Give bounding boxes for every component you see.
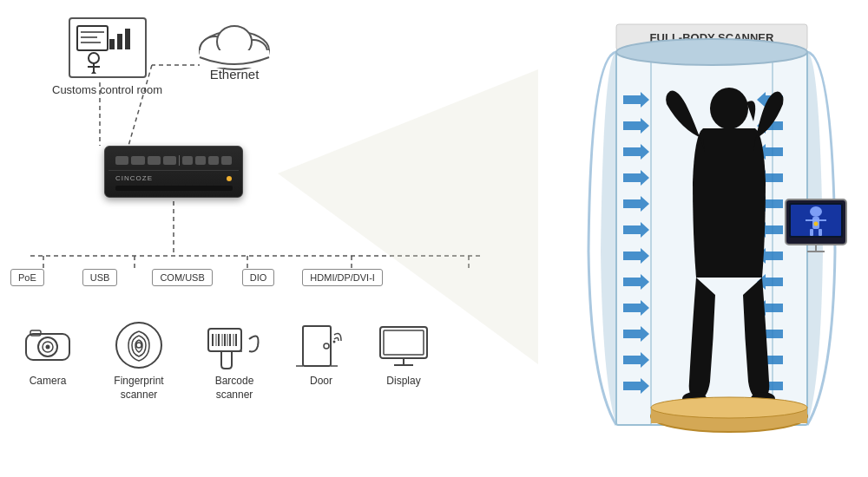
door-icon-area xyxy=(291,319,352,371)
eth2 xyxy=(195,156,206,165)
svg-point-84 xyxy=(710,88,748,129)
comusb-label: COM/USB xyxy=(152,269,212,286)
svg-rect-11 xyxy=(77,26,108,50)
barcode-item: Barcodescanner xyxy=(187,312,282,402)
fingerprint-label: Fingerprintscanner xyxy=(114,375,163,402)
svg-point-93 xyxy=(810,206,822,217)
svg-point-89 xyxy=(651,397,807,418)
barcode-icon xyxy=(204,322,265,369)
display-item: Display xyxy=(360,312,447,389)
cloud-icon xyxy=(191,17,278,74)
port3 xyxy=(148,156,161,165)
svg-line-22 xyxy=(94,72,99,74)
svg-line-21 xyxy=(89,72,94,74)
fingerprint-item: Fingerprintscanner xyxy=(91,312,187,402)
right-panel: FULL-BODY SCANNER xyxy=(556,0,868,477)
customs-icon xyxy=(69,17,147,78)
camera-icon xyxy=(22,323,74,367)
svg-point-98 xyxy=(814,222,819,226)
left-panel: Customs control room Ethernet xyxy=(0,0,556,477)
display-icon-area xyxy=(373,319,434,371)
svg-point-47 xyxy=(324,343,329,349)
port2 xyxy=(131,156,144,165)
eth3 xyxy=(208,156,219,165)
brand-label: Cincoze xyxy=(115,174,153,182)
ethernet-label: Ethernet xyxy=(210,67,260,82)
customs-box: Customs control room xyxy=(52,17,162,98)
barcode-icon-area xyxy=(204,319,265,371)
ethernet-box: Ethernet xyxy=(191,17,278,82)
divider xyxy=(179,155,180,166)
devices-row: Camera Fingerprintscanner xyxy=(4,312,447,402)
svg-rect-96 xyxy=(810,229,813,236)
computer-ports-top xyxy=(108,153,239,168)
svg-rect-16 xyxy=(117,34,122,49)
port4 xyxy=(163,156,176,165)
eth1 xyxy=(182,156,193,165)
camera-label: Camera xyxy=(30,375,67,389)
usb-label: USB xyxy=(82,269,118,286)
camera-item: Camera xyxy=(4,312,91,389)
poe-label: PoE xyxy=(10,269,44,286)
barcode-label: Barcodescanner xyxy=(215,375,254,402)
door-label: Door xyxy=(310,375,332,389)
svg-rect-15 xyxy=(109,39,115,49)
display-label: Display xyxy=(386,375,420,389)
customs-label: Customs control room xyxy=(52,83,162,98)
port1 xyxy=(115,156,128,165)
computer-unit: Cincoze xyxy=(104,146,243,198)
svg-point-48 xyxy=(333,340,336,343)
scanner-illustration: FULL-BODY SCANNER xyxy=(564,9,859,468)
camera-icon-area xyxy=(17,319,78,371)
fingerprint-icon xyxy=(113,319,165,371)
display-icon xyxy=(377,322,431,369)
svg-rect-97 xyxy=(819,229,822,236)
fingerprint-icon-area xyxy=(108,319,169,371)
dio-label: DIO xyxy=(242,269,275,286)
svg-point-101 xyxy=(616,39,807,65)
svg-point-34 xyxy=(136,343,141,348)
svg-rect-46 xyxy=(303,326,331,366)
svg-rect-51 xyxy=(380,327,427,358)
door-item: Door xyxy=(282,312,360,389)
hdmi-label: HDMI/DP/DVI-I xyxy=(302,269,383,286)
port-labels-row: PoE USB COM/USB DIO HDMI/DP/DVI-I xyxy=(10,269,383,286)
svg-point-18 xyxy=(89,53,99,63)
door-icon xyxy=(296,322,346,369)
status-led xyxy=(227,176,232,181)
svg-rect-52 xyxy=(384,330,424,355)
diagram-container: Customs control room Ethernet xyxy=(0,0,868,477)
svg-point-31 xyxy=(46,345,50,350)
computer-box: Cincoze xyxy=(104,146,243,198)
svg-rect-17 xyxy=(125,29,130,49)
eth4 xyxy=(221,156,232,165)
